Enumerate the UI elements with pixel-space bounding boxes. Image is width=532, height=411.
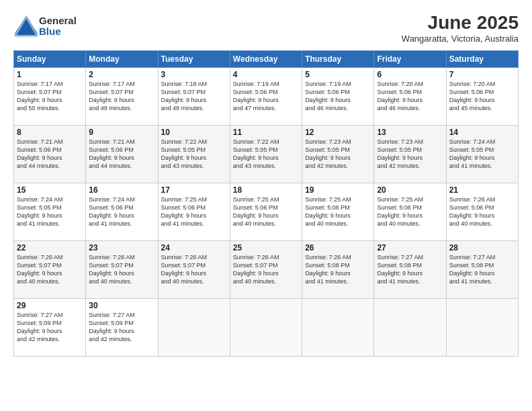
- table-cell: 5Sunrise: 7:19 AMSunset: 5:06 PMDaylight…: [302, 68, 374, 126]
- location-subtitle: Wangaratta, Victoria, Australia: [402, 34, 519, 44]
- table-cell: 8Sunrise: 7:21 AMSunset: 5:06 PMDaylight…: [14, 126, 86, 183]
- col-thursday: Thursday: [302, 51, 374, 68]
- cell-info: Sunrise: 7:24 AMSunset: 5:06 PMDaylight:…: [89, 195, 154, 228]
- logo-icon: [13, 12, 39, 40]
- table-cell: 19Sunrise: 7:25 AMSunset: 5:06 PMDayligh…: [302, 183, 374, 241]
- cell-info: Sunrise: 7:21 AMSunset: 5:06 PMDaylight:…: [17, 138, 83, 171]
- cell-info: Sunrise: 7:19 AMSunset: 5:06 PMDaylight:…: [233, 80, 299, 113]
- table-cell: 10Sunrise: 7:22 AMSunset: 5:05 PMDayligh…: [158, 126, 230, 183]
- logo-text: General Blue: [39, 15, 77, 38]
- table-cell: 15Sunrise: 7:24 AMSunset: 5:05 PMDayligh…: [14, 183, 86, 241]
- table-cell: [158, 299, 230, 357]
- cell-info: Sunrise: 7:20 AMSunset: 5:06 PMDaylight:…: [449, 80, 515, 113]
- day-number: 2: [89, 70, 154, 79]
- title-block: June 2025 Wangaratta, Victoria, Australi…: [402, 12, 519, 44]
- day-number: 4: [233, 70, 299, 79]
- cell-info: Sunrise: 7:27 AMSunset: 5:09 PMDaylight:…: [89, 311, 154, 344]
- cell-info: Sunrise: 7:24 AMSunset: 5:05 PMDaylight:…: [17, 195, 83, 228]
- day-number: 22: [17, 243, 83, 253]
- table-cell: 14Sunrise: 7:24 AMSunset: 5:05 PMDayligh…: [446, 126, 518, 183]
- cell-info: Sunrise: 7:26 AMSunset: 5:07 PMDaylight:…: [161, 253, 227, 286]
- cell-info: Sunrise: 7:19 AMSunset: 5:06 PMDaylight:…: [305, 80, 371, 113]
- day-number: 23: [89, 243, 154, 253]
- col-tuesday: Tuesday: [158, 51, 230, 68]
- table-cell: 25Sunrise: 7:26 AMSunset: 5:07 PMDayligh…: [230, 241, 302, 299]
- table-cell: 30Sunrise: 7:27 AMSunset: 5:09 PMDayligh…: [86, 299, 158, 357]
- table-cell: 20Sunrise: 7:25 AMSunset: 5:06 PMDayligh…: [374, 183, 446, 241]
- cell-info: Sunrise: 7:25 AMSunset: 5:06 PMDaylight:…: [233, 195, 299, 228]
- table-cell: 27Sunrise: 7:27 AMSunset: 5:08 PMDayligh…: [374, 241, 446, 299]
- day-number: 25: [233, 243, 299, 253]
- day-number: 21: [449, 185, 515, 195]
- table-cell: 2Sunrise: 7:17 AMSunset: 5:07 PMDaylight…: [86, 68, 158, 126]
- day-number: 27: [377, 243, 443, 253]
- cell-info: Sunrise: 7:17 AMSunset: 5:07 PMDaylight:…: [89, 80, 154, 113]
- cell-info: Sunrise: 7:22 AMSunset: 5:05 PMDaylight:…: [161, 138, 227, 171]
- day-number: 29: [17, 301, 83, 310]
- table-cell: 3Sunrise: 7:18 AMSunset: 5:07 PMDaylight…: [158, 68, 230, 126]
- calendar-body: 1Sunrise: 7:17 AMSunset: 5:07 PMDaylight…: [14, 68, 519, 357]
- table-cell: 28Sunrise: 7:27 AMSunset: 5:08 PMDayligh…: [446, 241, 518, 299]
- table-cell: [446, 299, 518, 357]
- table-cell: 11Sunrise: 7:22 AMSunset: 5:05 PMDayligh…: [230, 126, 302, 183]
- col-monday: Monday: [86, 51, 158, 68]
- cell-info: Sunrise: 7:27 AMSunset: 5:08 PMDaylight:…: [377, 253, 443, 286]
- table-cell: 18Sunrise: 7:25 AMSunset: 5:06 PMDayligh…: [230, 183, 302, 241]
- day-number: 8: [17, 128, 83, 137]
- col-saturday: Saturday: [446, 51, 518, 68]
- table-cell: 17Sunrise: 7:25 AMSunset: 5:06 PMDayligh…: [158, 183, 230, 241]
- table-cell: 1Sunrise: 7:17 AMSunset: 5:07 PMDaylight…: [14, 68, 86, 126]
- table-cell: 21Sunrise: 7:26 AMSunset: 5:06 PMDayligh…: [446, 183, 518, 241]
- col-friday: Friday: [374, 51, 446, 68]
- table-cell: 6Sunrise: 7:20 AMSunset: 5:06 PMDaylight…: [374, 68, 446, 126]
- table-cell: 29Sunrise: 7:27 AMSunset: 5:09 PMDayligh…: [14, 299, 86, 357]
- cell-info: Sunrise: 7:20 AMSunset: 5:06 PMDaylight:…: [377, 80, 443, 113]
- day-number: 15: [17, 185, 83, 195]
- table-cell: 22Sunrise: 7:26 AMSunset: 5:07 PMDayligh…: [14, 241, 86, 299]
- day-number: 10: [161, 128, 227, 137]
- day-number: 26: [305, 243, 371, 253]
- day-number: 28: [449, 243, 515, 253]
- logo-blue-text: Blue: [39, 26, 77, 38]
- table-cell: 26Sunrise: 7:26 AMSunset: 5:08 PMDayligh…: [302, 241, 374, 299]
- cell-info: Sunrise: 7:26 AMSunset: 5:07 PMDaylight:…: [89, 253, 154, 286]
- table-cell: 9Sunrise: 7:21 AMSunset: 5:06 PMDaylight…: [86, 126, 158, 183]
- day-number: 3: [161, 70, 227, 79]
- month-title: June 2025: [402, 12, 519, 34]
- table-cell: 23Sunrise: 7:26 AMSunset: 5:07 PMDayligh…: [86, 241, 158, 299]
- cell-info: Sunrise: 7:26 AMSunset: 5:06 PMDaylight:…: [449, 195, 515, 228]
- header: General Blue June 2025 Wangaratta, Victo…: [13, 12, 519, 44]
- day-number: 12: [305, 128, 371, 137]
- cell-info: Sunrise: 7:22 AMSunset: 5:05 PMDaylight:…: [233, 138, 299, 171]
- day-number: 11: [233, 128, 299, 137]
- cell-info: Sunrise: 7:26 AMSunset: 5:07 PMDaylight:…: [233, 253, 299, 286]
- page: General Blue June 2025 Wangaratta, Victo…: [0, 0, 532, 411]
- table-cell: [374, 299, 446, 357]
- day-number: 6: [377, 70, 443, 79]
- cell-info: Sunrise: 7:26 AMSunset: 5:08 PMDaylight:…: [305, 253, 371, 286]
- cell-info: Sunrise: 7:27 AMSunset: 5:08 PMDaylight:…: [449, 253, 515, 286]
- logo: General Blue: [13, 12, 77, 40]
- col-sunday: Sunday: [14, 51, 86, 68]
- cell-info: Sunrise: 7:17 AMSunset: 5:07 PMDaylight:…: [17, 80, 83, 113]
- header-row: Sunday Monday Tuesday Wednesday Thursday…: [14, 51, 519, 68]
- day-number: 16: [89, 185, 154, 195]
- day-number: 13: [377, 128, 443, 137]
- table-cell: 24Sunrise: 7:26 AMSunset: 5:07 PMDayligh…: [158, 241, 230, 299]
- day-number: 19: [305, 185, 371, 195]
- day-number: 14: [449, 128, 515, 137]
- calendar-table: Sunday Monday Tuesday Wednesday Thursday…: [13, 50, 519, 357]
- table-cell: 7Sunrise: 7:20 AMSunset: 5:06 PMDaylight…: [446, 68, 518, 126]
- cell-info: Sunrise: 7:25 AMSunset: 5:06 PMDaylight:…: [305, 195, 371, 228]
- cell-info: Sunrise: 7:18 AMSunset: 5:07 PMDaylight:…: [161, 80, 227, 113]
- cell-info: Sunrise: 7:23 AMSunset: 5:05 PMDaylight:…: [305, 138, 371, 171]
- calendar-header: Sunday Monday Tuesday Wednesday Thursday…: [14, 51, 519, 68]
- day-number: 20: [377, 185, 443, 195]
- table-cell: 4Sunrise: 7:19 AMSunset: 5:06 PMDaylight…: [230, 68, 302, 126]
- day-number: 17: [161, 185, 227, 195]
- cell-info: Sunrise: 7:24 AMSunset: 5:05 PMDaylight:…: [449, 138, 515, 171]
- table-cell: [230, 299, 302, 357]
- day-number: 30: [89, 301, 154, 310]
- day-number: 1: [17, 70, 83, 79]
- col-wednesday: Wednesday: [230, 51, 302, 68]
